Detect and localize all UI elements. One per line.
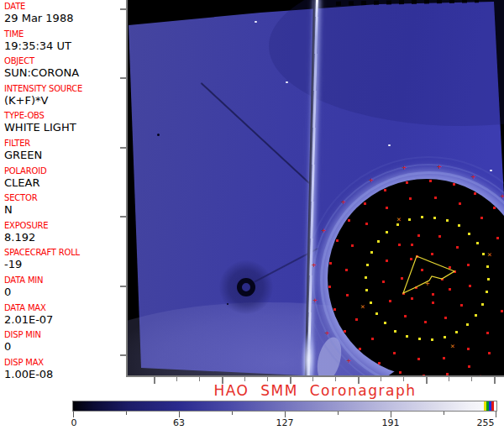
colorbar-minor-tick xyxy=(338,412,339,415)
y-axis-tick xyxy=(120,216,126,218)
metadata-value: 1.00E-08 xyxy=(4,369,126,380)
x-axis-minor-tick xyxy=(267,377,268,381)
metadata-label: DATA MAX xyxy=(4,303,126,312)
y-axis-tick xyxy=(120,77,126,79)
metadata-value: 0 xyxy=(4,286,126,298)
image-x-axis xyxy=(126,375,504,377)
metadata-label: TYPE-OBS xyxy=(4,111,126,120)
y-axis-tick xyxy=(120,147,126,149)
colorbar-minor-tick xyxy=(444,412,444,415)
x-axis-minor-tick xyxy=(312,377,313,381)
colorbar-tick-label: 63 xyxy=(173,417,185,428)
metadata-label: SECTOR xyxy=(4,193,126,202)
colorbar-stripe xyxy=(491,401,494,411)
x-axis-minor-tick xyxy=(335,377,336,381)
intensity-colorbar xyxy=(72,401,497,412)
metadata-label: DISP MIN xyxy=(4,330,126,339)
metadata-value: 29 Mar 1988 xyxy=(4,13,126,24)
colorbar-tick-label: 0 xyxy=(71,417,77,428)
colorbar-minor-tick xyxy=(126,412,127,415)
image-y-axis xyxy=(126,0,128,377)
metadata-value: WHITE LIGHT xyxy=(4,122,126,134)
metadata-label: SPACECRAFT ROLL xyxy=(4,248,126,257)
y-axis-tick xyxy=(120,286,126,287)
x-axis-minor-tick xyxy=(403,377,404,381)
metadata-label: DATA MIN xyxy=(4,275,126,285)
colorbar-tick-label: 127 xyxy=(276,417,294,428)
metadata-entry: DATA MAX2.01E-07 xyxy=(4,303,126,331)
metadata-entry: TIME19:35:34 UT xyxy=(4,29,126,57)
metadata-label: DATE xyxy=(4,2,126,11)
x-axis-minor-tick xyxy=(381,377,381,381)
colorbar-major-tick xyxy=(73,412,74,417)
metadata-label: TIME xyxy=(4,29,126,39)
image-caption: HAO SMM Coronagraph xyxy=(126,382,504,399)
metadata-entry: OBJECTSUN:CORONA xyxy=(4,56,126,84)
metadata-label: FILTER xyxy=(4,139,126,148)
metadata-entry: DATA MIN0 xyxy=(4,275,126,303)
metadata-value: GREEN xyxy=(4,149,126,161)
coronagraph-image-view: ++++++++++++++++++++××××+ xyxy=(126,0,504,377)
metadata-label: INTENSITY SOURCE xyxy=(4,84,126,93)
x-axis-minor-tick xyxy=(471,377,472,381)
metadata-label: DISP MAX xyxy=(4,358,126,367)
metadata-entry: INTENSITY SOURCE(K+F)*V xyxy=(4,84,126,112)
app-window: DATE29 Mar 1988TIME19:35:34 UTOBJECTSUN:… xyxy=(0,0,504,430)
metadata-value: 19:35:34 UT xyxy=(4,40,126,52)
colorbar-major-tick xyxy=(391,412,391,417)
metadata-entry: FILTERGREEN xyxy=(4,139,126,166)
metadata-value: -19 xyxy=(4,259,126,270)
metadata-entry: DATE29 Mar 1988 xyxy=(4,2,126,29)
region-overlay xyxy=(126,0,504,377)
metadata-label: POLAROID xyxy=(4,166,126,176)
x-axis-minor-tick xyxy=(199,377,200,381)
metadata-value: N xyxy=(4,204,126,216)
metadata-panel: DATE29 Mar 1988TIME19:35:34 UTOBJECTSUN:… xyxy=(4,2,126,376)
metadata-entry: SECTORN xyxy=(4,193,126,221)
metadata-value: (K+F)*V xyxy=(4,95,126,107)
x-axis-minor-tick xyxy=(244,377,245,381)
colorbar-major-tick xyxy=(496,412,496,417)
metadata-entry: EXPOSURE8.192 xyxy=(4,221,126,249)
colorbar-minor-tick xyxy=(232,412,233,415)
metadata-value: 0 xyxy=(4,341,126,353)
metadata-value: SUN:CORONA xyxy=(4,67,126,79)
colorbar-tick-label: 255 xyxy=(477,417,495,428)
y-axis-tick xyxy=(120,354,126,356)
metadata-value: CLEAR xyxy=(4,177,126,189)
metadata-entry: TYPE-OBSWHITE LIGHT xyxy=(4,111,126,139)
y-axis-tick xyxy=(120,8,126,10)
region-outline xyxy=(403,256,454,293)
metadata-entry: SPACECRAFT ROLL-19 xyxy=(4,248,126,275)
colorbar-major-tick xyxy=(285,412,286,417)
metadata-value: 8.192 xyxy=(4,232,126,244)
metadata-value: 2.01E-07 xyxy=(4,314,126,326)
metadata-entry: POLAROIDCLEAR xyxy=(4,166,126,194)
x-axis-minor-tick xyxy=(176,377,177,381)
metadata-entry: DISP MIN0 xyxy=(4,330,126,358)
colorbar-tick-label: 191 xyxy=(382,417,400,428)
metadata-entry: DISP MAX1.00E-08 xyxy=(4,358,126,385)
x-axis-minor-tick xyxy=(449,377,449,381)
colorbar-major-tick xyxy=(179,412,180,417)
metadata-label: OBJECT xyxy=(4,56,126,66)
metadata-label: EXPOSURE xyxy=(4,221,126,230)
